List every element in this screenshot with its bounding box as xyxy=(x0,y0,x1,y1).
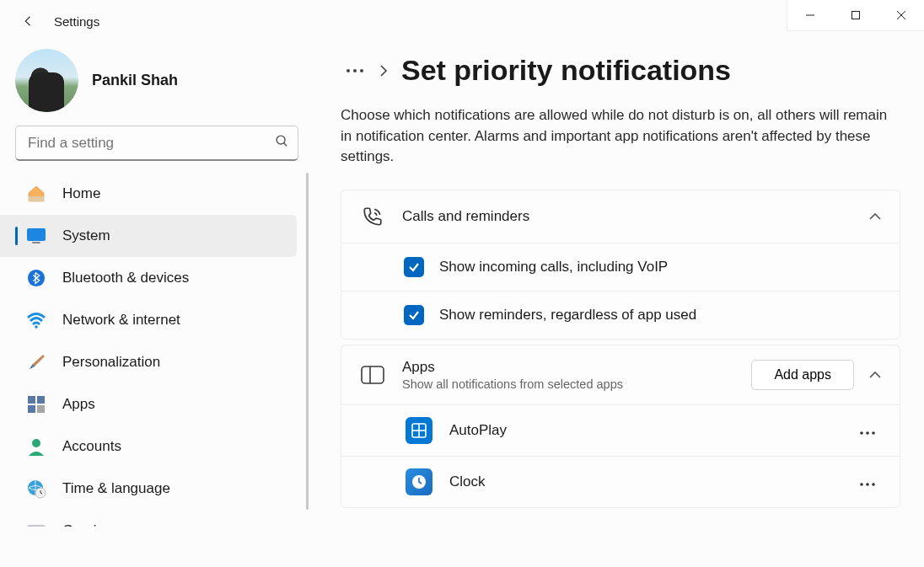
avatar xyxy=(15,49,78,112)
gamepad-icon xyxy=(25,520,47,527)
home-icon xyxy=(25,183,47,205)
phone-icon xyxy=(360,204,385,229)
svg-point-33 xyxy=(866,484,869,487)
nav-gaming[interactable]: Gaming xyxy=(0,510,297,527)
svg-point-30 xyxy=(872,432,875,436)
calls-card: Calls and reminders Show incoming calls,… xyxy=(341,190,900,340)
nav-label: Gaming xyxy=(62,522,113,527)
nav-time[interactable]: Time & language xyxy=(0,468,297,510)
svg-rect-11 xyxy=(28,396,35,404)
app-more-button[interactable] xyxy=(852,417,883,443)
calls-header[interactable]: Calls and reminders xyxy=(341,190,900,243)
nav-label: Home xyxy=(62,185,100,202)
svg-rect-6 xyxy=(29,196,44,201)
apps-section-icon xyxy=(360,362,385,388)
apps-icon xyxy=(25,393,47,415)
add-apps-button[interactable]: Add apps xyxy=(751,360,854,390)
maximize-button[interactable] xyxy=(833,0,878,30)
svg-line-5 xyxy=(284,143,287,147)
svg-rect-14 xyxy=(37,405,45,413)
profile[interactable]: Pankil Shah xyxy=(0,49,314,126)
svg-point-21 xyxy=(353,69,357,72)
globe-clock-icon xyxy=(25,478,47,500)
nav-label: Bluetooth & devices xyxy=(62,270,189,286)
svg-point-34 xyxy=(872,484,875,487)
calls-check-reminders-row: Show reminders, regardless of app used xyxy=(341,291,900,339)
checkbox-reminders-label: Show reminders, regardless of app used xyxy=(439,307,696,324)
titlebar: Settings xyxy=(0,0,924,42)
back-button[interactable] xyxy=(15,8,42,35)
svg-rect-13 xyxy=(28,405,35,413)
apps-header[interactable]: Apps Show all notifications from selecte… xyxy=(341,345,900,404)
apps-title: Apps xyxy=(402,359,751,376)
page-description: Choose which notifications are allowed w… xyxy=(341,105,897,168)
svg-point-15 xyxy=(32,439,40,447)
breadcrumb: Set priority notifications xyxy=(341,54,900,87)
window-title: Settings xyxy=(54,14,99,29)
nav-apps[interactable]: Apps xyxy=(0,383,297,425)
wifi-icon xyxy=(25,309,47,331)
app-row-clock: Clock xyxy=(341,456,900,507)
nav: Home System Bluetooth & devices Network … xyxy=(0,173,314,527)
bluetooth-icon xyxy=(25,267,47,289)
svg-point-4 xyxy=(277,136,285,144)
system-icon xyxy=(25,225,47,247)
svg-rect-12 xyxy=(37,396,45,404)
svg-point-29 xyxy=(866,432,869,436)
search-input[interactable] xyxy=(28,135,275,152)
svg-rect-23 xyxy=(362,366,384,383)
nav-home[interactable]: Home xyxy=(0,173,297,215)
sidebar: Pankil Shah Home System xyxy=(0,42,314,567)
app-more-button[interactable] xyxy=(852,468,883,495)
svg-point-22 xyxy=(360,69,363,72)
calls-title: Calls and reminders xyxy=(402,208,869,225)
close-button[interactable] xyxy=(878,0,924,30)
breadcrumb-overflow-icon[interactable] xyxy=(341,68,369,73)
search-icon[interactable] xyxy=(275,134,289,152)
nav-system[interactable]: System xyxy=(0,215,297,257)
app-name: AutoPlay xyxy=(449,422,852,439)
nav-personalization[interactable]: Personalization xyxy=(0,341,297,383)
svg-point-20 xyxy=(346,69,350,72)
svg-rect-1 xyxy=(852,12,860,19)
chevron-up-icon[interactable] xyxy=(869,209,881,224)
person-icon xyxy=(25,436,47,457)
window-controls xyxy=(787,0,924,31)
nav-label: Personalization xyxy=(62,354,160,371)
nav-accounts[interactable]: Accounts xyxy=(0,425,297,468)
main: Set priority notifications Choose which … xyxy=(314,42,924,567)
checkbox-voip[interactable] xyxy=(404,257,424,277)
svg-rect-8 xyxy=(32,242,40,243)
minimize-button[interactable] xyxy=(787,0,833,30)
nav-label: System xyxy=(62,227,110,244)
autoplay-icon xyxy=(406,417,432,444)
brush-icon xyxy=(25,351,47,373)
chevron-up-icon[interactable] xyxy=(869,367,881,382)
apps-card: Apps Show all notifications from selecte… xyxy=(341,345,900,508)
nav-label: Accounts xyxy=(62,438,121,455)
page-title: Set priority notifications xyxy=(401,54,731,87)
app-name: Clock xyxy=(449,473,852,490)
svg-point-28 xyxy=(860,432,863,436)
app-row-autoplay: AutoPlay xyxy=(341,404,900,456)
apps-subtitle: Show all notifications from selected app… xyxy=(402,377,751,391)
svg-point-32 xyxy=(860,484,863,487)
checkbox-reminders[interactable] xyxy=(404,305,424,325)
nav-label: Apps xyxy=(62,396,95,413)
nav-label: Time & language xyxy=(62,480,170,497)
clock-icon xyxy=(406,468,432,495)
nav-network[interactable]: Network & internet xyxy=(0,299,297,341)
checkbox-voip-label: Show incoming calls, including VoIP xyxy=(439,259,668,275)
svg-point-10 xyxy=(35,325,38,329)
chevron-right-icon xyxy=(369,65,398,77)
search-input-wrap[interactable] xyxy=(15,126,298,161)
sidebar-scrollbar[interactable] xyxy=(306,173,309,510)
nav-label: Network & internet xyxy=(62,312,180,329)
svg-rect-7 xyxy=(27,228,46,241)
calls-check-voip-row: Show incoming calls, including VoIP xyxy=(341,243,900,291)
nav-bluetooth[interactable]: Bluetooth & devices xyxy=(0,257,297,299)
username: Pankil Shah xyxy=(92,72,178,89)
